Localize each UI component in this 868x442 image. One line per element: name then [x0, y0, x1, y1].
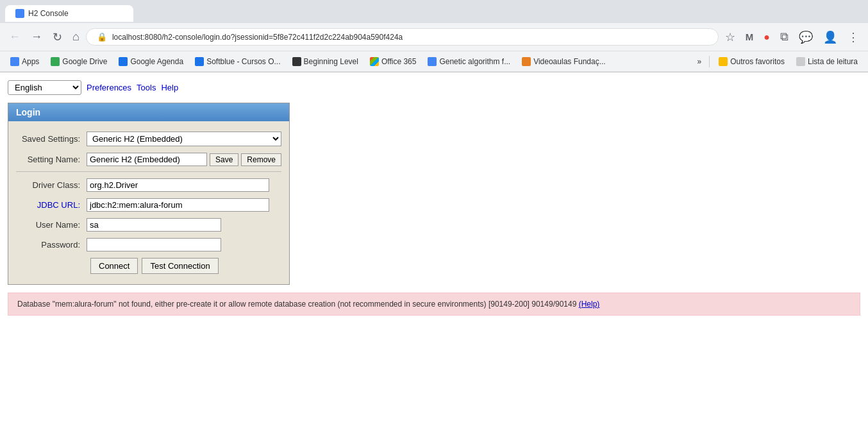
user-name-label: User Name:: [16, 220, 87, 230]
page-content: English Portuguese Spanish French Prefer…: [0, 72, 868, 328]
setting-name-label: Setting Name:: [16, 155, 87, 164]
driver-class-input[interactable]: [87, 178, 269, 192]
login-title: Login: [16, 107, 40, 117]
bookmark-beginning-level[interactable]: Beginning Level: [287, 55, 363, 68]
connect-row: Connect Test Connection: [16, 258, 281, 274]
jdbc-url-row: JDBC URL:: [16, 198, 281, 212]
user-name-row: User Name:: [16, 218, 281, 232]
address-bar[interactable]: 🔒 localhost:8080/h2-console/login.do?jse…: [86, 28, 719, 46]
bookmark-videoaulas-label: Videoaulas Fundaç...: [533, 57, 606, 66]
bookmark-google-agenda-label: Google Agenda: [130, 57, 183, 66]
password-row: Password:: [16, 238, 281, 251]
setting-name-input[interactable]: [87, 153, 207, 166]
tools-link[interactable]: Tools: [137, 83, 156, 92]
bookmark-softblue[interactable]: Softblue - Cursos O...: [190, 55, 285, 68]
forward-button[interactable]: →: [27, 28, 46, 46]
setting-name-row: Setting Name: Save Remove: [16, 153, 281, 166]
bookmarks-right: Outros favoritos Lista de leitura: [714, 55, 863, 68]
google-drive-favicon: [51, 57, 60, 66]
genetic-algo-favicon: [428, 57, 437, 66]
nav-actions: ☆ M ● ⧉ 💬 👤 ⋮: [721, 28, 863, 47]
forward-icon: →: [31, 30, 42, 44]
active-tab[interactable]: H2 Console: [5, 5, 133, 22]
bookmark-office365[interactable]: Office 365: [365, 55, 421, 68]
lista-de-leitura-label: Lista de leitura: [808, 57, 858, 66]
driver-class-row: Driver Class:: [16, 178, 281, 192]
bookmark-apps[interactable]: Apps: [5, 55, 44, 68]
circle-icon: ●: [764, 31, 770, 43]
profile-button-2[interactable]: 💬: [795, 28, 817, 47]
login-header: Login: [8, 103, 289, 121]
form-separator: [16, 171, 281, 172]
more-menu-button[interactable]: ⋮: [844, 28, 863, 47]
preferences-link[interactable]: Preferences: [87, 83, 131, 92]
beginning-level-favicon: [292, 57, 301, 66]
bookmark-genetic-algo[interactable]: Genetic algorithm f...: [422, 55, 515, 68]
extensions-icon: ⧉: [780, 30, 789, 44]
saved-settings-label: Saved Settings:: [16, 134, 87, 144]
bookmark-apps-label: Apps: [22, 57, 39, 66]
star-icon: ☆: [725, 30, 735, 44]
bookmarks-more-label: »: [697, 57, 702, 66]
bookmark-star-button[interactable]: ☆: [721, 28, 739, 47]
m-icon: M: [746, 31, 754, 42]
office365-favicon: [370, 57, 379, 66]
home-button[interactable]: ⌂: [69, 28, 83, 46]
lista-favicon: [796, 57, 805, 66]
back-icon: ←: [9, 30, 21, 44]
bookmark-office365-label: Office 365: [381, 57, 416, 66]
bookmarks-bar: Apps Google Drive Google Agenda Softblue…: [0, 51, 868, 72]
lock-icon: 🔒: [97, 32, 107, 42]
bookmarks-divider: [709, 56, 710, 67]
tab-title: H2 Console: [28, 9, 69, 18]
extensions-button[interactable]: ⧉: [776, 28, 792, 46]
google-agenda-favicon: [119, 57, 128, 66]
bookmark-lista-de-leitura[interactable]: Lista de leitura: [791, 55, 863, 68]
softblue-favicon: [195, 57, 204, 66]
bookmarks-more-button[interactable]: »: [694, 55, 706, 68]
test-connection-button[interactable]: Test Connection: [142, 258, 218, 274]
videoaulas-favicon: [522, 57, 531, 66]
bookmark-google-drive-label: Google Drive: [62, 57, 107, 66]
tab-bar: H2 Console: [0, 0, 868, 23]
circle-button[interactable]: ●: [760, 29, 774, 46]
bookmark-outros-favoritos[interactable]: Outros favoritos: [714, 55, 790, 68]
saved-settings-row: Saved Settings: Generic H2 (Embedded) Ge…: [16, 132, 281, 146]
language-select[interactable]: English Portuguese Spanish French: [8, 80, 81, 95]
jdbc-url-input[interactable]: [87, 198, 269, 212]
home-icon: ⌂: [72, 30, 79, 44]
remove-button[interactable]: Remove: [241, 153, 281, 166]
login-body: Saved Settings: Generic H2 (Embedded) Ge…: [8, 121, 289, 284]
chat-icon: 💬: [799, 30, 813, 44]
m-button[interactable]: M: [742, 29, 758, 45]
connect-button[interactable]: Connect: [90, 258, 138, 274]
avatar-icon: 👤: [823, 30, 837, 44]
jdbc-url-label: JDBC URL:: [16, 200, 87, 210]
password-label: Password:: [16, 240, 87, 250]
refresh-button[interactable]: ↻: [49, 28, 66, 47]
apps-favicon: [10, 57, 19, 66]
tab-favicon: [15, 9, 24, 18]
saved-settings-select[interactable]: Generic H2 (Embedded) Generic H2 (Server…: [87, 132, 281, 146]
error-help-link[interactable]: (Help): [579, 300, 600, 309]
outros-favoritos-label: Outros favoritos: [730, 57, 785, 66]
error-message: Database "mem:alura-forum" not found, ei…: [17, 300, 576, 309]
user-name-input[interactable]: [87, 218, 221, 232]
more-menu-icon: ⋮: [847, 30, 859, 44]
bookmark-genetic-algo-label: Genetic algorithm f...: [439, 57, 510, 66]
saved-settings-control: Generic H2 (Embedded) Generic H2 (Server…: [87, 132, 281, 146]
outros-favicon: [719, 57, 728, 66]
bookmark-beginning-level-label: Beginning Level: [304, 57, 358, 66]
password-input[interactable]: [87, 238, 221, 251]
profile-avatar[interactable]: 👤: [819, 28, 841, 47]
back-button[interactable]: ←: [5, 28, 24, 46]
bookmark-google-agenda[interactable]: Google Agenda: [113, 55, 188, 68]
bookmark-videoaulas[interactable]: Videoaulas Fundaç...: [517, 55, 611, 68]
refresh-icon: ↻: [53, 30, 62, 44]
driver-class-label: Driver Class:: [16, 180, 87, 190]
help-link[interactable]: Help: [161, 83, 178, 92]
login-panel: Login Saved Settings: Generic H2 (Embedd…: [8, 103, 290, 285]
bookmark-google-drive[interactable]: Google Drive: [46, 55, 112, 68]
save-button[interactable]: Save: [210, 153, 238, 166]
nav-bar: ← → ↻ ⌂ 🔒 localhost:8080/h2-console/logi…: [0, 23, 868, 51]
